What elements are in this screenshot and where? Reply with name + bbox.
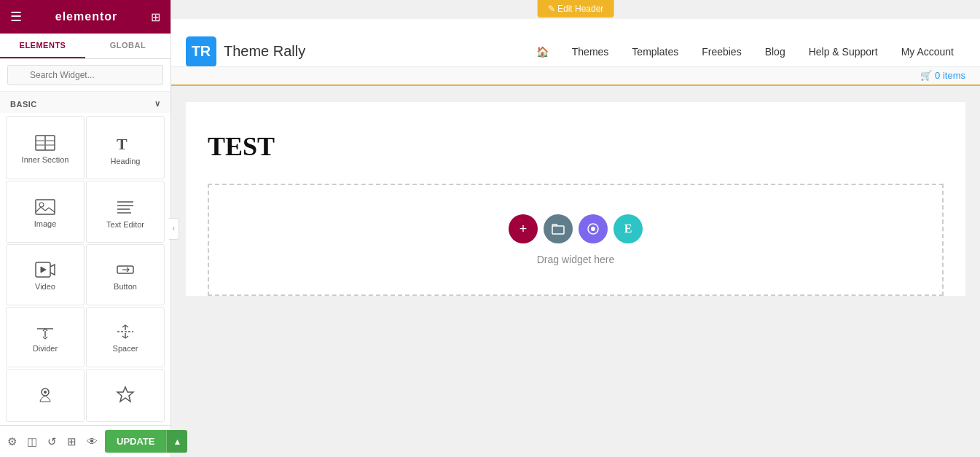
search-input[interactable] bbox=[7, 65, 163, 85]
nav-blog[interactable]: Blog bbox=[753, 40, 797, 63]
sidebar-bottom: ⚙ ◫ ↺ ⊞ 👁 UPDATE ▲ bbox=[0, 425, 170, 457]
widget-spacer-label: Spacer bbox=[113, 344, 138, 353]
widget-text-editor[interactable]: Text Editor bbox=[86, 181, 165, 243]
widget-divider[interactable]: Divider bbox=[6, 307, 85, 367]
widget-divider-label: Divider bbox=[33, 344, 58, 353]
widgets-grid: Inner Section T Heading bbox=[0, 113, 170, 425]
grid-icon[interactable]: ⊞ bbox=[151, 10, 160, 24]
nav-freebies[interactable]: Freebies bbox=[690, 40, 753, 63]
hamburger-icon[interactable]: ☰ bbox=[10, 9, 22, 25]
site-nav: 🏠 Themes Templates Freebies Blog Help & … bbox=[525, 40, 965, 63]
widget-heading-label: Heading bbox=[111, 157, 141, 165]
main-content: ✎ Edit Header TR Theme Rally 🏠 Themes Te… bbox=[171, 0, 980, 457]
section-collapse-icon[interactable]: ∨ bbox=[154, 99, 161, 109]
sidebar-tabs: ELEMENTS GLOBAL bbox=[0, 34, 170, 59]
widget-video[interactable]: Video bbox=[6, 244, 85, 305]
image-icon bbox=[35, 199, 55, 215]
site-header: TR Theme Rally 🏠 Themes Templates Freebi… bbox=[171, 19, 980, 85]
drop-zone-actions: + bbox=[509, 214, 643, 243]
heading-icon: T bbox=[115, 133, 136, 152]
drop-zone-text: Drag widget here bbox=[537, 254, 615, 265]
svg-point-8 bbox=[39, 203, 44, 207]
widget-inner-section-label: Inner Section bbox=[22, 155, 69, 164]
nav-themes[interactable]: Themes bbox=[560, 40, 621, 63]
template-button[interactable] bbox=[579, 214, 608, 243]
update-btn-wrapper: UPDATE ▲ bbox=[105, 430, 187, 453]
navigator-icon[interactable]: ⊞ bbox=[64, 432, 79, 451]
section-header: BASIC ∨ bbox=[0, 92, 170, 113]
nav-templates[interactable]: Templates bbox=[620, 40, 690, 63]
button-icon bbox=[115, 262, 136, 278]
svg-text:T: T bbox=[117, 135, 128, 152]
elementor-button[interactable]: E bbox=[614, 214, 643, 243]
section-label: BASIC bbox=[10, 100, 37, 109]
canvas-area: TEST + bbox=[171, 87, 980, 457]
svg-marker-24 bbox=[117, 387, 133, 402]
site-logo-icon: TR bbox=[186, 36, 216, 67]
test-heading: TEST bbox=[186, 102, 965, 176]
sidebar-logo: elementor bbox=[55, 10, 117, 23]
svg-point-27 bbox=[591, 227, 595, 231]
widget-image-label: Image bbox=[34, 219, 57, 228]
widget-star[interactable] bbox=[86, 369, 165, 422]
svg-rect-7 bbox=[36, 200, 55, 214]
add-widget-button[interactable]: + bbox=[509, 214, 538, 243]
map-icon bbox=[36, 386, 55, 403]
edit-header-button[interactable]: ✎ Edit Header bbox=[538, 0, 614, 17]
spacer-icon bbox=[115, 324, 136, 340]
drop-zone: + bbox=[208, 184, 944, 296]
svg-rect-25 bbox=[552, 226, 564, 234]
search-container: 🔍 bbox=[0, 59, 170, 92]
sidebar-header: ☰ elementor ⊞ bbox=[0, 0, 170, 34]
widget-text-editor-label: Text Editor bbox=[106, 220, 144, 229]
logo-letter: TR bbox=[192, 43, 211, 60]
layers-icon[interactable]: ◫ bbox=[24, 432, 40, 451]
folder-button[interactable] bbox=[544, 214, 573, 243]
nav-home[interactable]: 🏠 bbox=[525, 40, 560, 63]
update-button[interactable]: UPDATE bbox=[105, 430, 166, 453]
star-icon bbox=[116, 386, 135, 403]
svg-point-23 bbox=[44, 391, 47, 394]
widget-video-label: Video bbox=[35, 282, 55, 291]
text-editor-icon bbox=[115, 198, 136, 216]
widget-image[interactable]: Image bbox=[6, 181, 85, 243]
nav-help[interactable]: Help & Support bbox=[797, 40, 890, 63]
collapse-handle[interactable]: ‹ bbox=[169, 218, 179, 240]
history-icon[interactable]: ↺ bbox=[44, 432, 60, 451]
widget-map[interactable] bbox=[6, 369, 85, 422]
site-logo-area: TR Theme Rally bbox=[186, 36, 305, 67]
site-name: Theme Rally bbox=[224, 43, 305, 60]
nav-account[interactable]: My Account bbox=[890, 40, 965, 63]
cart-bar[interactable]: 🛒 0 items bbox=[171, 66, 980, 84]
widget-button-label: Button bbox=[114, 282, 137, 291]
tab-global[interactable]: GLOBAL bbox=[85, 34, 170, 58]
canvas-section: TEST + bbox=[186, 102, 965, 296]
settings-icon[interactable]: ⚙ bbox=[4, 432, 20, 451]
widget-inner-section[interactable]: Inner Section bbox=[6, 116, 85, 179]
video-icon bbox=[35, 262, 55, 278]
widget-heading[interactable]: T Heading bbox=[86, 116, 165, 179]
home-icon: 🏠 bbox=[536, 46, 549, 58]
update-arrow-button[interactable]: ▲ bbox=[166, 430, 187, 453]
eye-icon[interactable]: 👁 bbox=[84, 432, 101, 450]
divider-icon bbox=[35, 324, 55, 340]
cart-label: 🛒 0 items bbox=[920, 70, 965, 81]
sidebar: ☰ elementor ⊞ ELEMENTS GLOBAL 🔍 BASIC ∨ bbox=[0, 0, 171, 457]
svg-marker-14 bbox=[41, 267, 46, 273]
widget-button[interactable]: Button bbox=[86, 244, 165, 305]
tab-elements[interactable]: ELEMENTS bbox=[0, 34, 85, 58]
inner-section-icon bbox=[35, 135, 55, 151]
widget-spacer[interactable]: Spacer bbox=[86, 307, 165, 367]
